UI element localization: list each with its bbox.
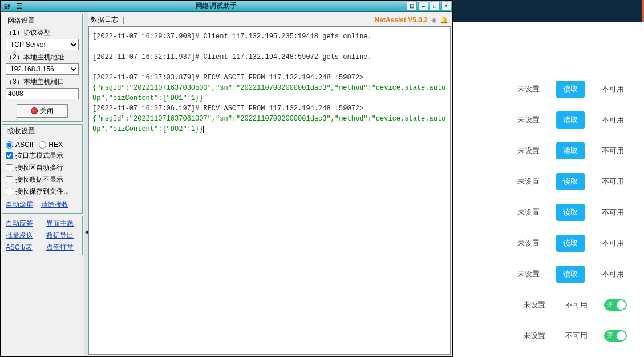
log-title: 数据日志 bbox=[91, 15, 118, 25]
netassist-window: 🖳 ☰ 网络调试助手 ⊟ – □ × 网络设置 （1）协议类型 TCP Serv… bbox=[0, 0, 453, 357]
ascii-radio[interactable]: ASCII bbox=[6, 141, 33, 149]
status-not-set: 未设置 bbox=[514, 115, 542, 125]
link-donate[interactable]: 点赞打赏 bbox=[46, 243, 79, 252]
quick-links: 自动应答 界面主题 批量发送 数据导出 ASCII/表 点赞打赏 bbox=[2, 216, 83, 255]
link-theme[interactable]: 界面主题 bbox=[46, 219, 79, 228]
toggle-switch[interactable]: 开 bbox=[604, 299, 627, 311]
proto-label: （1）协议类型 bbox=[6, 28, 79, 38]
window-title: 网络调试助手 bbox=[26, 1, 407, 11]
log-line: {"msgId":"202211071637030503","sn":"2022… bbox=[92, 83, 447, 103]
panel-row: 未设置读取不可用 bbox=[453, 197, 644, 228]
status-unavailable: 不可用 bbox=[598, 84, 627, 94]
link-data-export[interactable]: 数据导出 bbox=[46, 231, 79, 240]
pin-button[interactable]: ⊟ bbox=[407, 2, 417, 11]
host-label: （2）本地主机地址 bbox=[6, 53, 79, 62]
close-connection-button[interactable]: 关闭 bbox=[17, 104, 68, 118]
read-button[interactable]: 读取 bbox=[556, 142, 585, 159]
panel-header bbox=[453, 0, 644, 22]
link-auto-reply[interactable]: 自动应答 bbox=[6, 219, 38, 228]
diamond-icon[interactable]: ◈ bbox=[431, 16, 436, 24]
status-not-set: 未设置 bbox=[514, 177, 542, 187]
panel-row: 未设置读取不可用 bbox=[453, 228, 644, 259]
hex-radio[interactable]: HEX bbox=[39, 141, 63, 149]
link-ascii-table[interactable]: ASCII/表 bbox=[6, 243, 38, 252]
port-label: （3）本地主机端口 bbox=[6, 77, 79, 87]
panel-row: 未设置读取不可用 bbox=[453, 259, 644, 290]
minimize-button[interactable]: – bbox=[418, 2, 428, 11]
link-clear-recv[interactable]: 清除接收 bbox=[41, 200, 68, 210]
sidebar: 网络设置 （1）协议类型 TCP Server （2）本地主机地址 192.16… bbox=[1, 12, 84, 356]
splitter[interactable]: ◀ bbox=[84, 12, 88, 356]
link-autoscroll[interactable]: 自动滚屏 bbox=[6, 200, 33, 210]
status-unavailable: 不可用 bbox=[598, 269, 627, 279]
opt-log-mode[interactable]: 按日志模式显示 bbox=[6, 151, 79, 161]
chevron-left-icon: ◀ bbox=[84, 229, 88, 235]
status-unavailable: 不可用 bbox=[598, 238, 627, 248]
host-select[interactable]: 192.168.3.156 bbox=[6, 63, 79, 75]
proto-select[interactable]: TCP Server bbox=[6, 39, 79, 50]
titlebar[interactable]: 🖳 ☰ 网络调试助手 ⊟ – □ × bbox=[1, 1, 452, 12]
panel-row: 未设置不可用开 bbox=[453, 290, 644, 320]
status-not-set: 未设置 bbox=[520, 300, 548, 310]
status-unavailable: 不可用 bbox=[598, 177, 627, 187]
link-batch-send[interactable]: 批量发送 bbox=[6, 231, 38, 240]
log-header: 数据日志 | NetAssist V5.0.2 ◈ 🔔 bbox=[88, 14, 451, 26]
status-not-set: 未设置 bbox=[514, 84, 542, 94]
log-line: [2022-11-07 16:37:03.879]# RECV ASCII FR… bbox=[92, 73, 447, 83]
app-icon: 🖳 bbox=[1, 2, 13, 10]
device-panel: 未设置读取不可用未设置读取不可用未设置读取不可用未设置读取不可用未设置读取不可用… bbox=[453, 0, 644, 357]
menu-icon[interactable]: ☰ bbox=[13, 2, 26, 10]
main-area: 数据日志 | NetAssist V5.0.2 ◈ 🔔 [2022-11-07 … bbox=[88, 12, 452, 356]
log-textarea[interactable]: [2022-11-07 16:29:37.908]# Client 117.13… bbox=[88, 26, 451, 355]
status-not-set: 未设置 bbox=[514, 207, 542, 218]
status-unavailable: 不可用 bbox=[562, 331, 590, 341]
panel-row: 未设置读取不可用 bbox=[453, 166, 644, 197]
opt-hide-recv[interactable]: 接收数据不显示 bbox=[6, 175, 79, 184]
port-input[interactable] bbox=[6, 88, 79, 99]
panel-rows: 未设置读取不可用未设置读取不可用未设置读取不可用未设置读取不可用未设置读取不可用… bbox=[453, 22, 644, 357]
maximize-button[interactable]: □ bbox=[430, 2, 440, 11]
recv-settings-group: 接收设置 ASCII HEX 按日志模式显示 接收区自动换行 接收数据不显示 接… bbox=[2, 124, 83, 214]
panel-row: 未设置读取不可用 bbox=[453, 74, 644, 105]
bell-icon[interactable]: 🔔 bbox=[440, 16, 448, 24]
group-title: 接收设置 bbox=[6, 126, 37, 136]
status-unavailable: 不可用 bbox=[562, 300, 590, 310]
divider: | bbox=[123, 16, 124, 24]
log-line: [2022-11-07 16:29:37.908]# Client 117.13… bbox=[92, 31, 447, 42]
opt-save-file[interactable]: 接收保存到文件... bbox=[6, 187, 79, 196]
read-button[interactable]: 读取 bbox=[556, 235, 585, 252]
opt-auto-wrap[interactable]: 接收区自动换行 bbox=[6, 163, 79, 173]
read-button[interactable]: 读取 bbox=[556, 81, 585, 98]
record-icon bbox=[31, 107, 38, 114]
log-line: {"msgId":"202211071637061007","sn":"2022… bbox=[92, 114, 447, 134]
status-unavailable: 不可用 bbox=[598, 115, 627, 125]
status-not-set: 未设置 bbox=[520, 331, 548, 341]
status-not-set: 未设置 bbox=[514, 238, 542, 248]
log-line: [2022-11-07 16:37:06.197]# RECV ASCII FR… bbox=[92, 103, 447, 114]
close-label: 关闭 bbox=[40, 106, 54, 116]
status-not-set: 未设置 bbox=[514, 269, 542, 279]
read-button[interactable]: 读取 bbox=[556, 204, 585, 221]
status-unavailable: 不可用 bbox=[598, 207, 627, 218]
status-unavailable: 不可用 bbox=[598, 146, 627, 156]
network-settings-group: 网络设置 （1）协议类型 TCP Server （2）本地主机地址 192.16… bbox=[2, 14, 83, 122]
group-title: 网络设置 bbox=[6, 16, 37, 26]
brand-version[interactable]: NetAssist V5.0.2 bbox=[375, 16, 428, 24]
read-button[interactable]: 读取 bbox=[556, 266, 585, 283]
log-line: [2022-11-07 16:32:11.937]# Client 117.13… bbox=[92, 52, 447, 62]
read-button[interactable]: 读取 bbox=[556, 173, 585, 190]
panel-row: 未设置不可用开 bbox=[453, 320, 644, 351]
panel-row: 未设置读取不可用 bbox=[453, 105, 644, 135]
read-button[interactable]: 读取 bbox=[556, 111, 585, 129]
panel-row: 未设置读取不可用 bbox=[453, 135, 644, 166]
close-window-button[interactable]: × bbox=[441, 2, 451, 11]
status-not-set: 未设置 bbox=[514, 146, 542, 156]
toggle-switch[interactable]: 开 bbox=[604, 330, 627, 342]
